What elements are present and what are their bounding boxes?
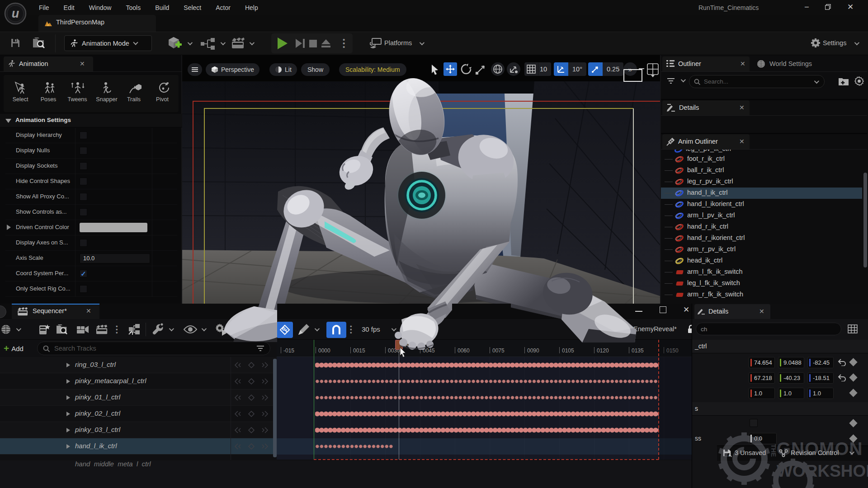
svg-text:u: u [12,7,19,20]
